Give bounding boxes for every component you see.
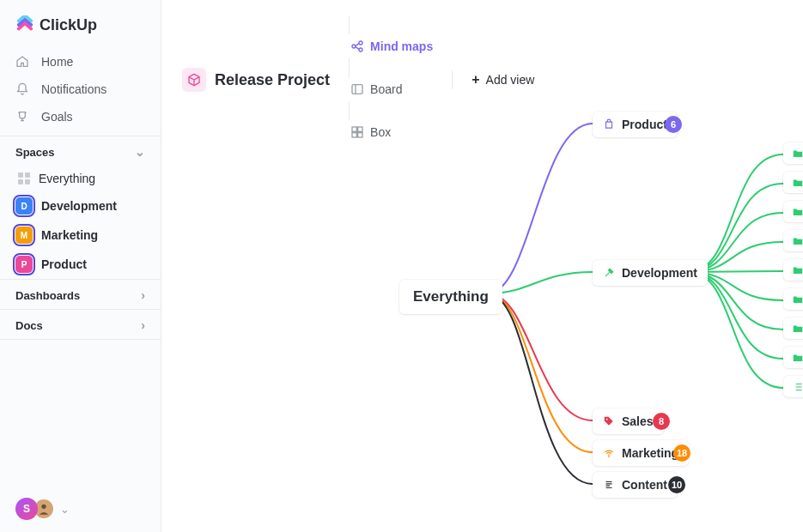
space-label: Product [41, 257, 87, 271]
node-label: Development [622, 266, 697, 280]
folder-icon [792, 206, 803, 218]
spaces-header[interactable]: Spaces ⌄ [0, 136, 161, 166]
node-label: Content [622, 478, 667, 492]
folder-icon [792, 293, 803, 305]
node-android[interactable]: Android [783, 347, 803, 368]
node-development[interactable]: Development [593, 260, 708, 286]
count-badge: 10 [668, 476, 685, 493]
count-badge: 18 [673, 444, 690, 462]
node-label: Sales [622, 414, 654, 428]
chevron-right-icon: › [141, 288, 145, 302]
root-label: Everything [413, 288, 489, 305]
svg-point-2 [359, 41, 362, 45]
dashboards-label: Dashboards [15, 289, 80, 302]
folder-icon [792, 264, 803, 276]
node-label: Marketing [622, 446, 678, 460]
docs-label: Docs [15, 319, 43, 332]
sidebar-everything[interactable]: Everything [0, 166, 161, 191]
node-ios[interactable]: iOS [783, 317, 803, 339]
logo[interactable]: ClickUp [0, 0, 161, 43]
space-letter-icon: P [15, 256, 33, 273]
avatar-s: S [15, 498, 38, 520]
space-label: Development [41, 199, 117, 213]
folder-icon [792, 235, 803, 247]
divider [349, 15, 350, 34]
grid-icon [18, 172, 30, 184]
svg-point-0 [41, 505, 46, 509]
svg-point-1 [352, 45, 356, 48]
everything-label: Everything [39, 172, 95, 185]
svg-point-10 [608, 456, 610, 457]
footer-avatars[interactable]: S ⌄ [0, 486, 161, 532]
chevron-right-icon: › [141, 318, 145, 332]
home-icon [15, 55, 29, 69]
bag-icon [603, 118, 615, 130]
clickup-icon [15, 15, 34, 34]
wifi-icon [603, 447, 615, 459]
chevron-down-icon: ⌄ [135, 145, 145, 159]
space-development[interactable]: DDevelopment [0, 191, 161, 221]
count-badge: 8 [653, 413, 670, 430]
folder-icon [792, 352, 803, 364]
node-analytics[interactable]: Analytics [783, 288, 803, 310]
nav-home[interactable]: Home [0, 48, 161, 76]
list-icon [792, 381, 803, 393]
node-notes[interactable]: Notes [783, 376, 803, 397]
folder-icon [792, 148, 803, 160]
logo-text: ClickUp [40, 16, 97, 34]
nav-label: Goals [41, 110, 73, 124]
chevron-down-icon: ⌄ [60, 503, 70, 516]
dashboards-header[interactable]: Dashboards › [0, 279, 161, 309]
doc-icon [603, 479, 615, 491]
svg-point-9 [606, 419, 608, 420]
node-roadmap[interactable]: Roadmap [783, 142, 803, 164]
hammer-icon [603, 267, 615, 279]
mindmap-root[interactable]: Everything [399, 280, 502, 314]
node-sprints[interactable]: Sprints [783, 201, 803, 222]
node-label: Product [622, 118, 667, 131]
folder-icon [792, 177, 803, 189]
trophy-icon [15, 110, 29, 124]
nav-goals[interactable]: Goals [0, 103, 161, 130]
space-label: Marketing [41, 228, 98, 242]
space-letter-icon: D [15, 197, 33, 215]
nav-label: Home [41, 55, 73, 69]
space-marketing[interactable]: MMarketing [0, 221, 161, 250]
node-tooling[interactable]: Tooling [783, 230, 803, 251]
folder-icon [792, 323, 803, 335]
docs-header[interactable]: Docs › [0, 309, 161, 339]
node-qa[interactable]: QA [783, 259, 803, 281]
nav-notifications[interactable]: Notifications [0, 76, 161, 103]
space-letter-icon: M [15, 227, 33, 244]
tag-icon [603, 415, 615, 427]
bell-icon [15, 82, 29, 96]
space-product[interactable]: PProduct [0, 250, 161, 279]
node-content[interactable]: Content [593, 472, 678, 498]
count-badge: 6 [665, 116, 682, 133]
spaces-header-label: Spaces [15, 146, 55, 159]
node-automation[interactable]: Automation [783, 172, 803, 193]
nav-label: Notifications [41, 82, 106, 96]
